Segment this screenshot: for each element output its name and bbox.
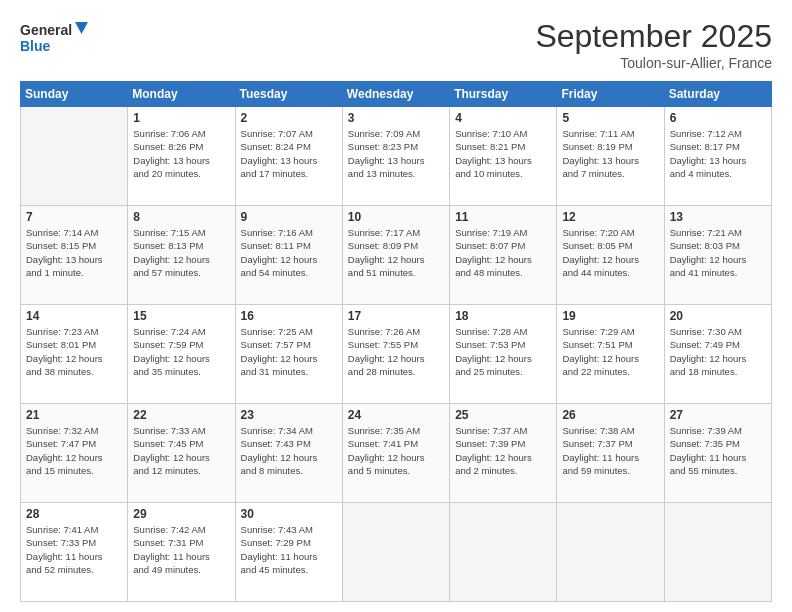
day-info: Sunrise: 7:35 AMSunset: 7:41 PMDaylight:…: [348, 424, 444, 477]
day-info: Sunrise: 7:06 AMSunset: 8:26 PMDaylight:…: [133, 127, 229, 180]
day-cell: [557, 503, 664, 602]
day-number: 4: [455, 111, 551, 125]
day-cell: 1Sunrise: 7:06 AMSunset: 8:26 PMDaylight…: [128, 107, 235, 206]
day-number: 7: [26, 210, 122, 224]
day-number: 17: [348, 309, 444, 323]
col-wednesday: Wednesday: [342, 82, 449, 107]
week-row-4: 28Sunrise: 7:41 AMSunset: 7:33 PMDayligh…: [21, 503, 772, 602]
week-row-1: 7Sunrise: 7:14 AMSunset: 8:15 PMDaylight…: [21, 206, 772, 305]
day-number: 16: [241, 309, 337, 323]
day-cell: 16Sunrise: 7:25 AMSunset: 7:57 PMDayligh…: [235, 305, 342, 404]
col-saturday: Saturday: [664, 82, 771, 107]
day-number: 27: [670, 408, 766, 422]
header: General Blue September 2025 Toulon-sur-A…: [20, 18, 772, 71]
day-info: Sunrise: 7:20 AMSunset: 8:05 PMDaylight:…: [562, 226, 658, 279]
day-number: 2: [241, 111, 337, 125]
day-cell: 22Sunrise: 7:33 AMSunset: 7:45 PMDayligh…: [128, 404, 235, 503]
day-number: 14: [26, 309, 122, 323]
day-info: Sunrise: 7:12 AMSunset: 8:17 PMDaylight:…: [670, 127, 766, 180]
day-info: Sunrise: 7:43 AMSunset: 7:29 PMDaylight:…: [241, 523, 337, 576]
day-number: 24: [348, 408, 444, 422]
day-info: Sunrise: 7:30 AMSunset: 7:49 PMDaylight:…: [670, 325, 766, 378]
day-cell: 20Sunrise: 7:30 AMSunset: 7:49 PMDayligh…: [664, 305, 771, 404]
day-cell: 26Sunrise: 7:38 AMSunset: 7:37 PMDayligh…: [557, 404, 664, 503]
day-cell: 30Sunrise: 7:43 AMSunset: 7:29 PMDayligh…: [235, 503, 342, 602]
col-monday: Monday: [128, 82, 235, 107]
day-number: 9: [241, 210, 337, 224]
day-cell: 12Sunrise: 7:20 AMSunset: 8:05 PMDayligh…: [557, 206, 664, 305]
day-cell: 5Sunrise: 7:11 AMSunset: 8:19 PMDaylight…: [557, 107, 664, 206]
day-number: 18: [455, 309, 551, 323]
day-number: 29: [133, 507, 229, 521]
day-info: Sunrise: 7:38 AMSunset: 7:37 PMDaylight:…: [562, 424, 658, 477]
day-info: Sunrise: 7:32 AMSunset: 7:47 PMDaylight:…: [26, 424, 122, 477]
location: Toulon-sur-Allier, France: [535, 55, 772, 71]
day-cell: 25Sunrise: 7:37 AMSunset: 7:39 PMDayligh…: [450, 404, 557, 503]
day-info: Sunrise: 7:15 AMSunset: 8:13 PMDaylight:…: [133, 226, 229, 279]
col-sunday: Sunday: [21, 82, 128, 107]
day-number: 12: [562, 210, 658, 224]
day-number: 26: [562, 408, 658, 422]
day-info: Sunrise: 7:11 AMSunset: 8:19 PMDaylight:…: [562, 127, 658, 180]
day-info: Sunrise: 7:16 AMSunset: 8:11 PMDaylight:…: [241, 226, 337, 279]
week-row-3: 21Sunrise: 7:32 AMSunset: 7:47 PMDayligh…: [21, 404, 772, 503]
day-info: Sunrise: 7:29 AMSunset: 7:51 PMDaylight:…: [562, 325, 658, 378]
day-cell: 27Sunrise: 7:39 AMSunset: 7:35 PMDayligh…: [664, 404, 771, 503]
day-cell: 14Sunrise: 7:23 AMSunset: 8:01 PMDayligh…: [21, 305, 128, 404]
day-number: 25: [455, 408, 551, 422]
day-cell: 10Sunrise: 7:17 AMSunset: 8:09 PMDayligh…: [342, 206, 449, 305]
day-cell: [664, 503, 771, 602]
day-number: 23: [241, 408, 337, 422]
day-cell: [450, 503, 557, 602]
logo-svg: General Blue: [20, 18, 90, 58]
day-info: Sunrise: 7:09 AMSunset: 8:23 PMDaylight:…: [348, 127, 444, 180]
day-number: 15: [133, 309, 229, 323]
day-info: Sunrise: 7:19 AMSunset: 8:07 PMDaylight:…: [455, 226, 551, 279]
day-cell: 21Sunrise: 7:32 AMSunset: 7:47 PMDayligh…: [21, 404, 128, 503]
svg-text:General: General: [20, 22, 72, 38]
day-info: Sunrise: 7:41 AMSunset: 7:33 PMDaylight:…: [26, 523, 122, 576]
day-number: 28: [26, 507, 122, 521]
day-number: 8: [133, 210, 229, 224]
col-thursday: Thursday: [450, 82, 557, 107]
day-number: 5: [562, 111, 658, 125]
header-row: Sunday Monday Tuesday Wednesday Thursday…: [21, 82, 772, 107]
day-cell: 15Sunrise: 7:24 AMSunset: 7:59 PMDayligh…: [128, 305, 235, 404]
day-cell: 28Sunrise: 7:41 AMSunset: 7:33 PMDayligh…: [21, 503, 128, 602]
day-cell: 6Sunrise: 7:12 AMSunset: 8:17 PMDaylight…: [664, 107, 771, 206]
day-cell: 18Sunrise: 7:28 AMSunset: 7:53 PMDayligh…: [450, 305, 557, 404]
day-number: 1: [133, 111, 229, 125]
day-info: Sunrise: 7:10 AMSunset: 8:21 PMDaylight:…: [455, 127, 551, 180]
day-cell: 17Sunrise: 7:26 AMSunset: 7:55 PMDayligh…: [342, 305, 449, 404]
day-number: 10: [348, 210, 444, 224]
col-tuesday: Tuesday: [235, 82, 342, 107]
day-info: Sunrise: 7:07 AMSunset: 8:24 PMDaylight:…: [241, 127, 337, 180]
day-number: 21: [26, 408, 122, 422]
day-cell: 7Sunrise: 7:14 AMSunset: 8:15 PMDaylight…: [21, 206, 128, 305]
day-cell: 19Sunrise: 7:29 AMSunset: 7:51 PMDayligh…: [557, 305, 664, 404]
day-cell: 24Sunrise: 7:35 AMSunset: 7:41 PMDayligh…: [342, 404, 449, 503]
day-info: Sunrise: 7:33 AMSunset: 7:45 PMDaylight:…: [133, 424, 229, 477]
day-cell: 13Sunrise: 7:21 AMSunset: 8:03 PMDayligh…: [664, 206, 771, 305]
day-cell: 9Sunrise: 7:16 AMSunset: 8:11 PMDaylight…: [235, 206, 342, 305]
day-number: 13: [670, 210, 766, 224]
day-cell: 2Sunrise: 7:07 AMSunset: 8:24 PMDaylight…: [235, 107, 342, 206]
day-number: 20: [670, 309, 766, 323]
calendar-table: Sunday Monday Tuesday Wednesday Thursday…: [20, 81, 772, 602]
day-number: 3: [348, 111, 444, 125]
day-info: Sunrise: 7:42 AMSunset: 7:31 PMDaylight:…: [133, 523, 229, 576]
day-number: 19: [562, 309, 658, 323]
col-friday: Friday: [557, 82, 664, 107]
logo: General Blue: [20, 18, 90, 58]
day-cell: 23Sunrise: 7:34 AMSunset: 7:43 PMDayligh…: [235, 404, 342, 503]
week-row-0: 1Sunrise: 7:06 AMSunset: 8:26 PMDaylight…: [21, 107, 772, 206]
day-number: 30: [241, 507, 337, 521]
day-cell: 4Sunrise: 7:10 AMSunset: 8:21 PMDaylight…: [450, 107, 557, 206]
day-cell: 11Sunrise: 7:19 AMSunset: 8:07 PMDayligh…: [450, 206, 557, 305]
month-title: September 2025: [535, 18, 772, 55]
week-row-2: 14Sunrise: 7:23 AMSunset: 8:01 PMDayligh…: [21, 305, 772, 404]
day-cell: 29Sunrise: 7:42 AMSunset: 7:31 PMDayligh…: [128, 503, 235, 602]
day-cell: [342, 503, 449, 602]
day-cell: 8Sunrise: 7:15 AMSunset: 8:13 PMDaylight…: [128, 206, 235, 305]
day-info: Sunrise: 7:24 AMSunset: 7:59 PMDaylight:…: [133, 325, 229, 378]
